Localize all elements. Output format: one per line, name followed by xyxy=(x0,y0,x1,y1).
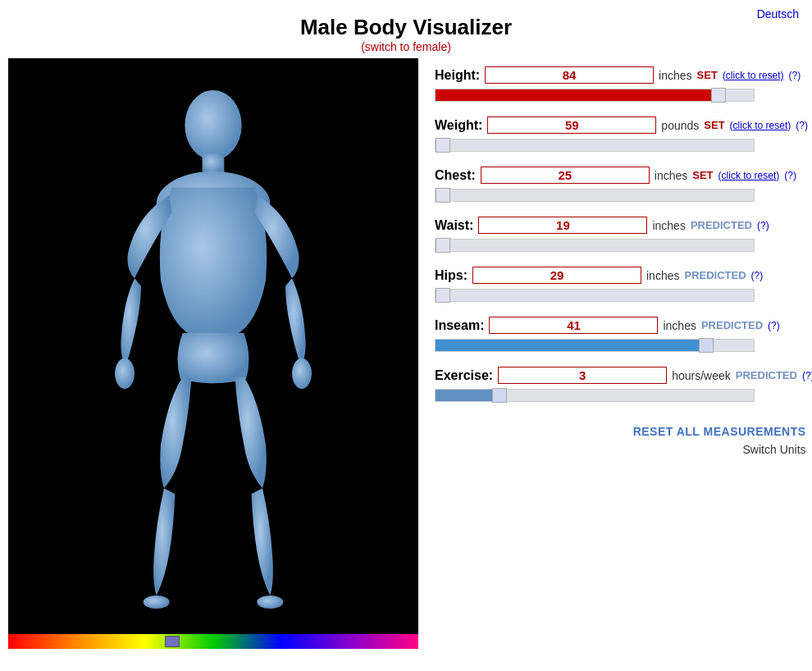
waist-slider-track[interactable] xyxy=(435,239,755,252)
height-unit: inches xyxy=(659,69,691,82)
exercise-unit: hours/week xyxy=(672,369,731,382)
svg-point-3 xyxy=(115,358,135,389)
weight-input[interactable] xyxy=(487,116,656,134)
switch-units-button[interactable]: Switch Units xyxy=(743,443,806,456)
waist-row: Waist: inches PREDICTED (?) xyxy=(435,217,812,252)
page-header: Male Body Visualizer (switch to female) xyxy=(0,0,812,58)
exercise-label: Exercise: xyxy=(435,368,493,383)
weight-help-link[interactable]: (?) xyxy=(796,120,808,131)
hips-label: Hips: xyxy=(435,268,468,283)
waist-help-link[interactable]: (?) xyxy=(757,220,769,231)
visualizer-panel xyxy=(8,58,418,649)
chest-label: Chest: xyxy=(435,168,476,183)
inseam-status: PREDICTED xyxy=(701,319,763,331)
hips-unit: inches xyxy=(646,269,679,282)
exercise-slider-fill xyxy=(436,390,500,401)
waist-label: Waist: xyxy=(435,218,473,233)
color-bar[interactable] xyxy=(8,634,418,649)
inseam-label: Inseam: xyxy=(435,318,484,333)
hips-slider-track[interactable] xyxy=(435,289,755,302)
height-reset-link[interactable]: (click to reset) xyxy=(723,70,784,81)
weight-reset-link[interactable]: (click to reset) xyxy=(730,120,791,131)
height-row: Height: inches SET (click to reset) (?) xyxy=(435,66,812,102)
inseam-slider-thumb[interactable] xyxy=(699,338,714,353)
chest-status: SET xyxy=(692,169,713,181)
switch-gender-link[interactable]: (switch to female) xyxy=(361,40,451,53)
page-title: Male Body Visualizer xyxy=(0,15,812,40)
weight-slider-track[interactable] xyxy=(435,139,755,152)
weight-row: Weight: pounds SET (click to reset) (?) xyxy=(435,116,812,152)
inseam-help-link[interactable]: (?) xyxy=(768,320,780,331)
height-slider-fill xyxy=(436,89,718,101)
language-link-container: Deutsch xyxy=(757,7,799,21)
exercise-status: PREDICTED xyxy=(736,369,797,381)
exercise-input[interactable] xyxy=(498,367,667,384)
chest-slider-track[interactable] xyxy=(435,189,755,202)
svg-point-5 xyxy=(144,596,170,609)
hips-status: PREDICTED xyxy=(684,269,746,281)
inseam-input[interactable] xyxy=(489,317,658,334)
svg-point-4 xyxy=(292,358,312,389)
height-label: Height: xyxy=(435,68,480,83)
exercise-row: Exercise: hours/week PREDICTED (?) xyxy=(435,367,812,402)
weight-status: SET xyxy=(704,119,724,131)
body-figure xyxy=(82,84,344,609)
waist-label-line: Waist: inches PREDICTED (?) xyxy=(435,217,812,234)
chest-input[interactable] xyxy=(481,167,650,184)
body-canvas xyxy=(8,58,418,634)
language-link[interactable]: Deutsch xyxy=(757,7,799,21)
hips-input[interactable] xyxy=(472,267,641,284)
waist-slider-thumb[interactable] xyxy=(436,238,450,253)
height-input[interactable] xyxy=(485,66,654,84)
exercise-label-line: Exercise: hours/week PREDICTED (?) xyxy=(435,367,812,384)
main-layout: Height: inches SET (click to reset) (?) … xyxy=(0,58,812,649)
inseam-slider-fill xyxy=(436,340,706,351)
waist-input[interactable] xyxy=(478,217,647,234)
height-help-link[interactable]: (?) xyxy=(789,70,801,81)
chest-reset-link[interactable]: (click to reset) xyxy=(718,170,780,181)
reset-all-button[interactable]: RESET ALL MEASUREMENTS xyxy=(633,425,806,438)
hips-row: Hips: inches PREDICTED (?) xyxy=(435,267,812,302)
inseam-label-line: Inseam: inches PREDICTED (?) xyxy=(435,317,812,334)
chest-label-line: Chest: inches SET (click to reset) (?) xyxy=(435,167,812,184)
weight-slider-thumb[interactable] xyxy=(436,138,450,153)
inseam-unit: inches xyxy=(663,319,696,332)
svg-rect-1 xyxy=(203,153,225,173)
exercise-slider-track[interactable] xyxy=(435,389,755,402)
chest-unit: inches xyxy=(655,169,687,182)
svg-point-6 xyxy=(257,596,283,609)
color-bar-thumb[interactable] xyxy=(165,636,180,647)
waist-status: PREDICTED xyxy=(691,219,752,231)
waist-unit: inches xyxy=(652,219,685,232)
bottom-actions: RESET ALL MEASUREMENTS Switch Units xyxy=(435,425,812,456)
svg-point-0 xyxy=(185,90,241,160)
weight-unit: pounds xyxy=(661,119,699,132)
switch-gender[interactable]: (switch to female) xyxy=(0,40,812,53)
hips-label-line: Hips: inches PREDICTED (?) xyxy=(435,267,812,284)
inseam-slider-track[interactable] xyxy=(435,339,755,352)
inseam-row: Inseam: inches PREDICTED (?) xyxy=(435,317,812,352)
hips-slider-thumb[interactable] xyxy=(436,288,450,303)
weight-label-line: Weight: pounds SET (click to reset) (?) xyxy=(435,116,812,134)
weight-label: Weight: xyxy=(435,118,482,133)
exercise-slider-thumb[interactable] xyxy=(492,388,507,403)
controls-panel: Height: inches SET (click to reset) (?) … xyxy=(435,58,812,649)
height-label-line: Height: inches SET (click to reset) (?) xyxy=(435,66,812,84)
chest-slider-thumb[interactable] xyxy=(436,188,450,203)
height-status: SET xyxy=(697,69,718,81)
exercise-help-link[interactable]: (?) xyxy=(802,370,812,381)
height-slider-thumb[interactable] xyxy=(711,88,726,103)
chest-row: Chest: inches SET (click to reset) (?) xyxy=(435,167,812,202)
chest-help-link[interactable]: (?) xyxy=(784,170,796,181)
hips-help-link[interactable]: (?) xyxy=(751,270,764,281)
height-slider-track[interactable] xyxy=(435,89,755,102)
